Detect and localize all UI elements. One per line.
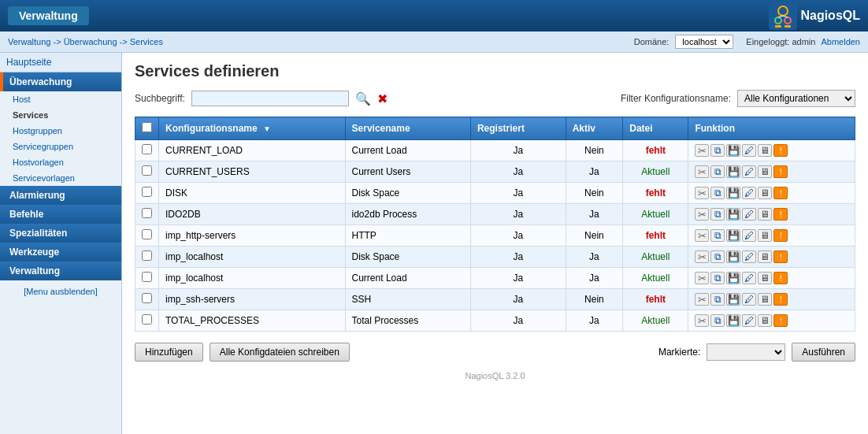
scissors-icon[interactable]: ✂ <box>695 208 709 221</box>
copy-icon[interactable]: ⧉ <box>710 144 725 157</box>
save-icon[interactable]: 💾 <box>726 208 740 221</box>
row-checkbox[interactable] <box>142 272 152 282</box>
edit-icon[interactable]: 🖊 <box>742 229 756 242</box>
search-icon[interactable]: 🔍 <box>355 91 371 106</box>
row-checkbox[interactable] <box>142 144 152 154</box>
breadcrumb-ueberwachung[interactable]: Überwachung <box>64 37 117 46</box>
sidebar-section-werkzeuge[interactable]: Werkzeuge <box>0 243 121 262</box>
copy-icon[interactable]: ⧉ <box>710 208 725 221</box>
sidebar-section-ueberwachung[interactable]: Überwachung <box>0 72 121 91</box>
save-icon[interactable]: 💾 <box>726 314 740 327</box>
edit-icon[interactable]: 🖊 <box>742 272 756 284</box>
monitor-icon[interactable]: 🖥 <box>758 165 772 178</box>
scissors-icon[interactable]: ✂ <box>695 293 709 306</box>
filter-konfigurationsname-select[interactable]: Alle Konfigurationen <box>737 90 855 107</box>
info-icon[interactable]: ! <box>773 229 788 242</box>
edit-icon[interactable]: 🖊 <box>742 187 756 199</box>
monitor-icon[interactable]: 🖥 <box>758 272 772 284</box>
info-icon[interactable]: ! <box>773 314 788 327</box>
scissors-icon[interactable]: ✂ <box>695 272 709 284</box>
sidebar-item-hauptseite[interactable]: Hauptseite <box>0 53 121 72</box>
clear-search-icon[interactable]: ✖ <box>377 91 388 106</box>
monitor-icon[interactable]: 🖥 <box>758 144 772 157</box>
save-icon[interactable]: 💾 <box>726 272 740 284</box>
svg-rect-7 <box>785 25 791 28</box>
row-checkbox[interactable] <box>142 229 152 239</box>
breadcrumb-services[interactable]: Services <box>130 37 163 46</box>
sidebar-item-hostgruppen[interactable]: Hostgruppen <box>0 123 121 139</box>
edit-icon[interactable]: 🖊 <box>742 293 756 306</box>
cell-datei: Aktuell <box>623 247 688 268</box>
menu-toggle[interactable]: [Menu ausblenden] <box>0 280 121 302</box>
save-icon[interactable]: 💾 <box>726 144 740 157</box>
save-icon[interactable]: 💾 <box>726 250 740 263</box>
save-icon[interactable]: 💾 <box>726 187 740 199</box>
info-icon[interactable]: ! <box>773 272 788 284</box>
edit-icon[interactable]: 🖊 <box>742 208 756 221</box>
copy-icon[interactable]: ⧉ <box>710 250 725 263</box>
save-icon[interactable]: 💾 <box>726 293 740 306</box>
monitor-icon[interactable]: 🖥 <box>758 187 772 199</box>
copy-icon[interactable]: ⧉ <box>710 187 725 199</box>
execute-button[interactable]: Ausführen <box>792 343 855 362</box>
cell-konfigurationsname: DISK <box>159 183 346 204</box>
row-checkbox[interactable] <box>142 208 152 218</box>
edit-icon[interactable]: 🖊 <box>742 314 756 327</box>
sidebar-item-hostvorlagen[interactable]: Hostvorlagen <box>0 154 121 170</box>
edit-icon[interactable]: 🖊 <box>742 250 756 263</box>
select-all-checkbox[interactable] <box>142 122 152 132</box>
info-icon[interactable]: ! <box>773 165 788 178</box>
sidebar-section-alarmierung[interactable]: Alarmierung <box>0 186 121 205</box>
info-icon[interactable]: ! <box>773 293 788 306</box>
breadcrumb-verwaltung[interactable]: Verwaltung <box>8 37 50 46</box>
sidebar-item-servicevorlagen[interactable]: Servicevorlagen <box>0 170 121 186</box>
row-checkbox[interactable] <box>142 314 152 325</box>
write-config-button[interactable]: Alle Konfigdateien schreiben <box>210 343 350 362</box>
sidebar-section-spezialitaeten[interactable]: Spezialitäten <box>0 224 121 243</box>
row-checkbox[interactable] <box>142 187 152 197</box>
save-icon[interactable]: 💾 <box>726 165 740 178</box>
info-icon[interactable]: ! <box>773 144 788 157</box>
sidebar-item-host[interactable]: Host <box>0 91 121 107</box>
sidebar-item-services[interactable]: Services <box>0 107 121 123</box>
scissors-icon[interactable]: ✂ <box>695 165 709 178</box>
scissors-icon[interactable]: ✂ <box>695 144 709 157</box>
copy-icon[interactable]: ⧉ <box>710 165 725 178</box>
markierte-select[interactable] <box>707 343 785 361</box>
edit-icon[interactable]: 🖊 <box>742 144 756 157</box>
info-icon[interactable]: ! <box>773 250 788 263</box>
copy-icon[interactable]: ⧉ <box>710 229 725 242</box>
cell-konfigurationsname: imp_localhost <box>159 247 346 268</box>
scissors-icon[interactable]: ✂ <box>695 229 709 242</box>
cell-aktiv: Nein <box>566 225 623 247</box>
edit-icon[interactable]: 🖊 <box>742 165 756 178</box>
copy-icon[interactable]: ⧉ <box>710 314 725 327</box>
sidebar-section-verwaltung[interactable]: Verwaltung <box>0 262 121 280</box>
add-button[interactable]: Hinzufügen <box>135 343 203 362</box>
info-icon[interactable]: ! <box>773 208 788 221</box>
domain-select[interactable]: localhost <box>675 35 733 49</box>
search-input[interactable] <box>191 91 349 106</box>
scissors-icon[interactable]: ✂ <box>695 250 709 263</box>
info-icon[interactable]: ! <box>773 187 788 199</box>
logout-link[interactable]: Abmelden <box>821 37 860 46</box>
cell-konfigurationsname: CURRENT_USERS <box>159 161 346 183</box>
monitor-icon[interactable]: 🖥 <box>758 208 772 221</box>
save-icon[interactable]: 💾 <box>726 229 740 242</box>
sidebar-item-servicegruppen[interactable]: Servicegruppen <box>0 139 121 154</box>
scissors-icon[interactable]: ✂ <box>695 187 709 199</box>
copy-icon[interactable]: ⧉ <box>710 272 725 284</box>
col-funktion: Funktion <box>688 117 855 140</box>
col-konfigurationsname[interactable]: Konfigurationsname ▼ <box>159 117 346 140</box>
cell-funktion: ✂ ⧉ 💾 🖊 🖥 ! <box>688 140 855 161</box>
monitor-icon[interactable]: 🖥 <box>758 314 772 327</box>
scissors-icon[interactable]: ✂ <box>695 314 709 327</box>
monitor-icon[interactable]: 🖥 <box>758 229 772 242</box>
monitor-icon[interactable]: 🖥 <box>758 293 772 306</box>
sidebar-section-befehle[interactable]: Befehle <box>0 205 121 224</box>
row-checkbox[interactable] <box>142 165 152 176</box>
monitor-icon[interactable]: 🖥 <box>758 250 772 263</box>
row-checkbox[interactable] <box>142 293 152 303</box>
copy-icon[interactable]: ⧉ <box>710 293 725 306</box>
row-checkbox[interactable] <box>142 250 152 261</box>
